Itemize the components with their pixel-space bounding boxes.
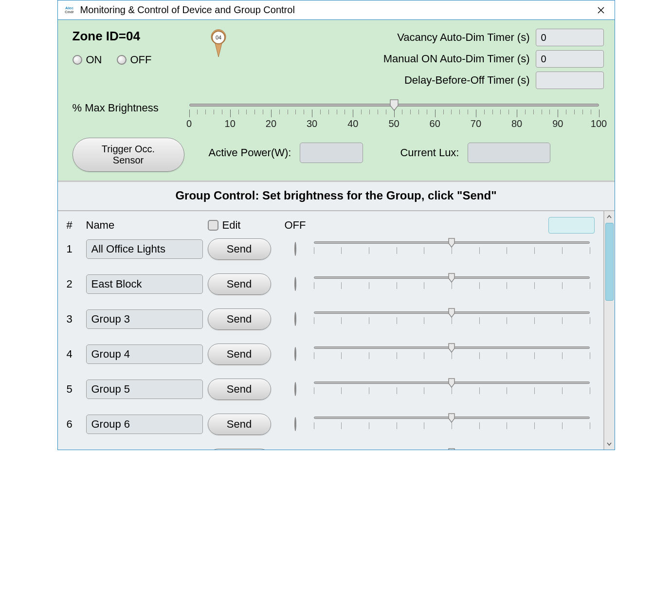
radio-icon [294,277,296,291]
zone-panel: Zone ID=04 ON OFF [58,20,615,182]
group-off-radio[interactable] [294,313,296,326]
slider-ticks [189,109,599,119]
tick-label: 20 [266,118,276,129]
trigger-btn-line2: Sensor [113,155,144,166]
group-body-wrap: # Name Edit OFF 1Send2Send3Send4Send5Sen… [58,210,615,450]
send-button[interactable]: Send [208,308,271,330]
send-button[interactable]: Send [208,273,271,295]
send-button[interactable]: Send [208,379,271,400]
tick-label: 50 [388,118,399,129]
col-num: # [67,219,86,232]
group-brightness-slider[interactable] [314,344,590,365]
slider-thumb[interactable] [448,448,455,450]
manual-timer-label: Manual ON Auto-Dim Timer (s) [383,53,530,65]
group-row-num: 1 [67,243,86,255]
zone-title: Zone ID=04 [73,29,199,44]
scroll-thumb[interactable] [605,223,614,301]
tick-label: 100 [591,118,607,129]
manual-timer-input[interactable] [536,50,604,68]
group-name-input[interactable] [86,274,203,294]
send-button[interactable]: Send [208,344,271,365]
zone-pin-icon: 04 [207,29,230,58]
titlebar: Alec Cmdr Monitoring & Control of Device… [58,0,615,20]
current-lux-value [468,143,550,163]
group-row-num: 2 [67,278,86,290]
send-button[interactable]: Send [208,449,271,450]
app-icon-line1: Alec [65,6,73,10]
zone-on-radio[interactable]: ON [73,54,102,66]
active-power-value [300,143,363,163]
slider-ticks [314,352,590,361]
main-window: Alec Cmdr Monitoring & Control of Device… [57,0,615,450]
close-button[interactable] [591,3,611,18]
window-title: Monitoring & Control of Device and Group… [80,4,591,16]
group-name-input[interactable] [86,309,203,329]
group-brightness-slider[interactable] [314,449,590,450]
radio-icon [73,55,82,65]
chevron-up-icon [607,215,612,218]
close-icon [598,7,604,14]
group-name-input[interactable] [86,344,203,364]
slider-thumb[interactable] [448,343,455,353]
group-row: 7Send [67,449,595,450]
group-off-radio[interactable] [294,348,296,361]
app-icon: Alec Cmdr [62,2,77,18]
group-row: 1Send [67,238,595,260]
brightness-slider[interactable]: 0102030405060708090100 [189,100,599,134]
group-off-radio[interactable] [294,418,296,431]
scroll-down-button[interactable] [604,439,615,450]
group-row: 4Send [67,344,595,365]
group-row-num: 3 [67,313,86,326]
vacancy-timer-label: Vacancy Auto-Dim Timer (s) [397,31,529,44]
group-row-num: 5 [67,383,86,396]
col-off: OFF [281,219,310,232]
slider-thumb[interactable] [448,237,455,248]
tick-label: 10 [225,118,236,129]
slider-ticks [314,317,590,326]
trigger-occ-sensor-button[interactable]: Trigger Occ. Sensor [73,138,184,172]
slider-thumb[interactable] [448,308,455,318]
slider-ticks [314,282,590,291]
zone-off-radio[interactable]: OFF [117,54,152,66]
delay-timer-input[interactable] [536,72,604,89]
tick-label: 80 [511,118,522,129]
group-name-input[interactable] [86,415,203,434]
group-name-input[interactable] [86,380,203,399]
group-row: 2Send [67,273,595,295]
group-brightness-slider[interactable] [314,238,590,260]
vertical-scrollbar[interactable] [604,211,615,450]
radio-icon [294,417,296,431]
col-name: Name [86,219,208,232]
zone-off-label: OFF [130,54,152,66]
tick-label: 40 [347,118,358,129]
edit-checkbox[interactable] [208,220,218,231]
group-off-radio[interactable] [294,383,296,396]
send-button[interactable]: Send [208,238,271,260]
radio-icon [294,312,296,326]
vacancy-timer-input[interactable] [536,29,604,46]
scroll-up-button[interactable] [604,211,615,222]
trigger-btn-line1: Trigger Occ. [102,144,155,155]
group-brightness-slider[interactable] [314,414,590,435]
radio-icon [294,242,296,256]
group-name-input[interactable] [86,239,203,259]
pin-label: 04 [215,35,221,40]
slider-thumb[interactable] [448,413,455,423]
tick-label: 0 [186,118,192,129]
active-power-label: Active Power(W): [209,146,291,159]
slider-thumb[interactable] [448,272,455,283]
group-off-radio[interactable] [294,278,296,290]
tick-label: 90 [552,118,563,129]
group-brightness-slider[interactable] [314,308,590,330]
group-list: # Name Edit OFF 1Send2Send3Send4Send5Sen… [58,211,604,450]
send-button[interactable]: Send [208,414,271,435]
group-off-radio[interactable] [294,243,296,255]
zone-on-label: ON [86,54,102,66]
radio-icon [294,347,296,361]
group-brightness-slider[interactable] [314,379,590,400]
tick-label: 60 [430,118,440,129]
current-lux-label: Current Lux: [400,146,459,159]
slider-thumb[interactable] [448,378,455,388]
group-brightness-slider[interactable] [314,273,590,295]
brightness-label: % Max Brightness [73,100,189,114]
